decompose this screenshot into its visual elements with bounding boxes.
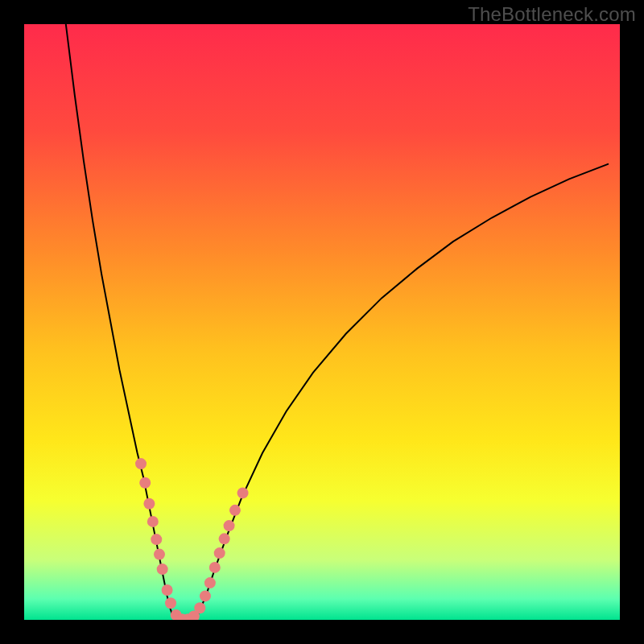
outer-frame: TheBottleneck.com [0, 0, 644, 644]
highlight-dot [209, 562, 221, 573]
chart-svg [24, 24, 620, 620]
highlight-dot [204, 577, 216, 588]
highlight-dot [219, 533, 230, 544]
highlight-dot [194, 602, 205, 613]
highlight-dot [147, 516, 159, 527]
highlight-dot [229, 505, 241, 516]
highlight-dot [200, 590, 211, 601]
highlight-dot [162, 584, 173, 596]
highlight-dot [151, 534, 162, 545]
highlight-dot [165, 597, 176, 609]
highlight-dot [237, 487, 249, 498]
highlight-dot [135, 458, 147, 469]
plot-area [24, 24, 620, 620]
watermark-text: TheBottleneck.com [468, 3, 636, 26]
highlight-dot [139, 477, 151, 489]
highlight-dot [224, 520, 235, 531]
gradient-background [24, 24, 620, 620]
highlight-dot [214, 547, 225, 559]
highlight-dot [157, 564, 168, 575]
highlight-dot [154, 549, 165, 560]
highlight-dot [143, 498, 155, 510]
